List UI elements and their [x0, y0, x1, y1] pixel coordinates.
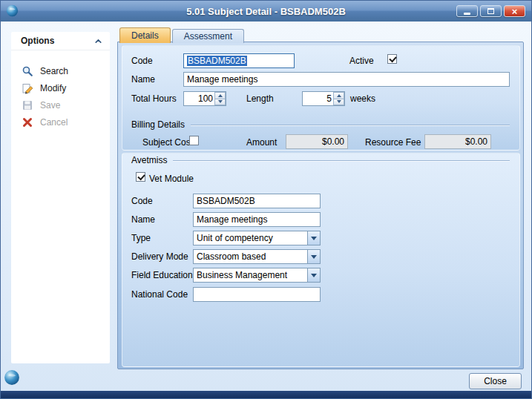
length-down-button[interactable] — [333, 99, 344, 106]
avetmiss-code-input[interactable]: BSBADM502B — [193, 194, 321, 208]
vet-module-label: Vet Module — [149, 174, 194, 184]
divider — [191, 125, 510, 125]
options-items: Search Modify — [11, 50, 110, 131]
total-hours-label: Total Hours — [131, 93, 177, 104]
maximize-button[interactable] — [480, 5, 502, 17]
name-value: Manage meetings — [187, 74, 257, 85]
window-title: 5.01 Subject Detail - BSBADM502B — [1, 6, 531, 17]
close-button[interactable]: Close — [469, 373, 522, 389]
delivery-mode-dropdown-button[interactable] — [307, 250, 320, 263]
delivery-mode-dropdown[interactable]: Classroom based — [193, 249, 321, 264]
details-panel: Code BSBADM502B Active Name Manage meeti… — [117, 42, 524, 369]
sidebar-item-label: Cancel — [40, 117, 68, 128]
national-code-label: National Code — [131, 289, 188, 300]
search-icon — [22, 65, 33, 77]
total-hours-down-button[interactable] — [214, 99, 226, 106]
code-input[interactable]: BSBADM502B — [183, 53, 295, 68]
length-input[interactable]: 5 — [302, 91, 345, 106]
minimize-icon — [464, 13, 470, 15]
total-hours-input[interactable]: 100 — [183, 91, 226, 106]
options-panel: Options Search — [11, 32, 110, 363]
resource-fee-label: Resource Fee — [365, 137, 421, 148]
sidebar-item-modify[interactable]: Modify — [11, 79, 110, 96]
field-education-dropdown[interactable]: Business Management — [193, 268, 321, 283]
length-label: Length — [246, 93, 274, 104]
delivery-mode-label: Delivery Mode — [131, 251, 188, 262]
amount-input: $0.00 — [286, 134, 348, 149]
subject-cost-label: Subject Cost — [142, 137, 193, 148]
subject-detail-window: 5.01 Subject Detail - BSBADM502B × Optio… — [0, 0, 532, 399]
arrow-up-icon — [337, 94, 341, 97]
options-header: Options — [11, 32, 110, 50]
field-education-dropdown-button[interactable] — [307, 268, 320, 282]
name-label: Name — [131, 74, 155, 85]
resource-fee-value: $0.00 — [465, 136, 487, 147]
minimize-button[interactable] — [456, 5, 478, 17]
avetmiss-title: Avetmiss — [131, 155, 167, 165]
tab-assessment[interactable]: Assessment — [172, 29, 244, 43]
billing-details-header: Billing Details — [131, 119, 510, 130]
sidebar-item-cancel[interactable]: Cancel — [11, 113, 110, 131]
field-education-label: Field Education — [131, 270, 193, 280]
avetmiss-code-value: BSBADM502B — [197, 196, 255, 206]
sidebar-item-save[interactable]: Save — [11, 96, 110, 113]
options-title: Options — [21, 36, 54, 46]
active-label: Active — [349, 56, 374, 66]
length-unit-label: weeks — [350, 93, 375, 104]
arrow-down-icon — [337, 100, 341, 103]
sidebar-item-label: Save — [40, 100, 60, 111]
vet-module-checkbox[interactable] — [136, 172, 145, 182]
tab-bar: Details Assessment — [119, 27, 244, 43]
length-value: 5 — [303, 92, 333, 105]
chevron-down-icon — [311, 237, 317, 240]
subject-cost-checkbox[interactable] — [189, 136, 199, 145]
code-label: Code — [131, 56, 153, 66]
name-input[interactable]: Manage meetings — [183, 72, 510, 87]
total-hours-value: 100 — [184, 92, 214, 105]
avetmiss-code-label: Code — [131, 196, 153, 206]
sidebar-item-label: Modify — [40, 83, 66, 93]
length-up-button[interactable] — [333, 92, 344, 99]
arrow-down-icon — [218, 100, 223, 103]
arrow-up-icon — [218, 94, 223, 97]
type-dropdown[interactable]: Unit of competency — [193, 231, 321, 245]
maximize-icon — [487, 8, 494, 14]
close-icon: × — [512, 7, 518, 16]
modify-icon — [22, 82, 33, 94]
close-window-button[interactable]: × — [504, 5, 525, 17]
type-value: Unit of competency — [194, 231, 307, 245]
amount-value: $0.00 — [322, 136, 344, 147]
tab-details[interactable]: Details — [119, 27, 171, 43]
billing-details-title: Billing Details — [131, 119, 185, 130]
type-dropdown-button[interactable] — [307, 231, 320, 245]
chevron-up-icon — [93, 36, 103, 46]
window-controls: × — [456, 5, 525, 17]
avetmiss-name-input[interactable]: Manage meetings — [193, 212, 321, 227]
titlebar: 5.01 Subject Detail - BSBADM502B × — [1, 1, 531, 22]
total-hours-up-button[interactable] — [214, 92, 226, 99]
divider — [173, 160, 510, 161]
avetmiss-header: Avetmiss — [131, 155, 510, 165]
avetmiss-name-value: Manage meetings — [197, 214, 267, 225]
sidebar-item-label: Search — [40, 66, 68, 76]
chevron-down-icon — [311, 255, 317, 259]
amount-label: Amount — [246, 137, 277, 148]
delivery-mode-value: Classroom based — [194, 250, 307, 263]
avetmiss-name-label: Name — [131, 214, 155, 225]
field-education-value: Business Management — [194, 268, 307, 282]
national-code-input[interactable] — [193, 287, 321, 302]
resource-fee-input: $0.00 — [424, 134, 491, 149]
collapse-button[interactable] — [93, 36, 103, 46]
save-icon — [22, 99, 33, 111]
active-checkbox[interactable] — [387, 54, 397, 64]
chevron-down-icon — [311, 274, 317, 277]
bottom-strip — [1, 391, 531, 398]
app-icon-small — [4, 369, 20, 386]
type-label: Type — [131, 233, 151, 243]
cancel-icon — [22, 116, 33, 128]
sidebar-item-search[interactable]: Search — [11, 62, 110, 79]
code-value: BSBADM502B — [187, 56, 247, 66]
